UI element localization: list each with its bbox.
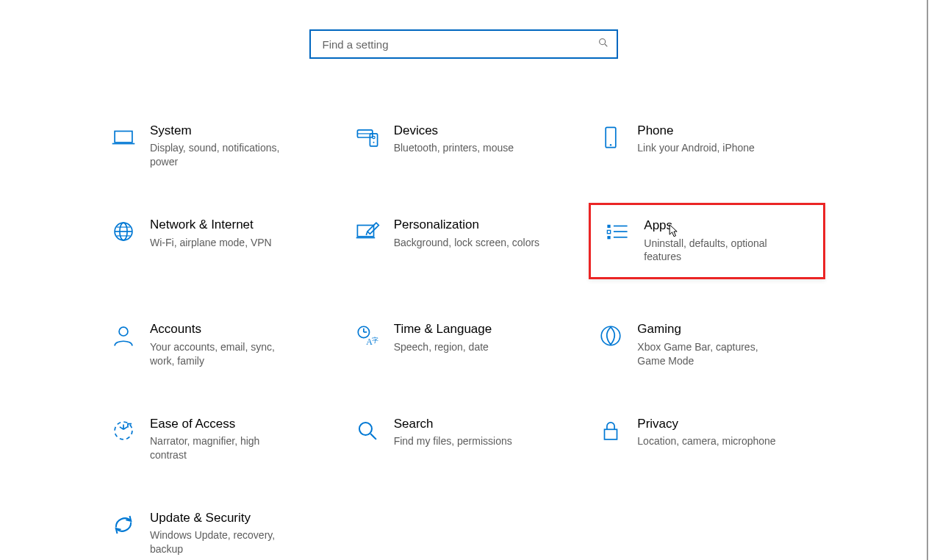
tile-desc: Speech, region, date (394, 340, 492, 354)
tile-personalization[interactable]: Personalization Background, lock screen,… (345, 212, 582, 279)
search-box[interactable] (309, 29, 618, 59)
tile-title: Devices (394, 123, 514, 138)
svg-line-34 (370, 434, 376, 439)
time-language-icon: A 字 (348, 322, 387, 348)
tile-title: Gaming (637, 322, 784, 337)
search-container (309, 29, 618, 59)
tile-desc: Narrator, magnifier, high contrast (150, 434, 297, 462)
search-category-icon (348, 417, 387, 443)
tile-desc: Uninstall, defaults, optional features (644, 237, 791, 265)
tile-title: Ease of Access (150, 417, 297, 431)
tile-desc: Location, camera, microphone (637, 434, 775, 448)
tile-title: Search (394, 417, 512, 431)
globe-icon (104, 218, 143, 244)
tile-system[interactable]: System Display, sound, notifications, po… (101, 118, 338, 175)
svg-rect-19 (608, 225, 611, 228)
tile-desc: Wi-Fi, airplane mode, VPN (150, 236, 272, 250)
tile-desc: Background, lock screen, colors (394, 236, 539, 250)
personalization-icon (348, 218, 387, 244)
update-icon (104, 511, 143, 537)
tile-apps[interactable]: Apps Uninstall, defaults, optional featu… (589, 203, 825, 279)
phone-icon (592, 123, 630, 150)
svg-rect-20 (608, 231, 611, 234)
svg-point-25 (119, 327, 128, 336)
tile-desc: Find my files, permissions (394, 434, 512, 448)
svg-rect-35 (605, 429, 617, 439)
tile-desc: Your accounts, email, sync, work, family (150, 340, 297, 368)
svg-rect-21 (608, 236, 611, 239)
tile-devices[interactable]: Devices Bluetooth, printers, mouse (345, 118, 582, 175)
tile-title: System (150, 123, 297, 138)
tile-title: Update & Security (150, 511, 297, 525)
tile-privacy[interactable]: Privacy Location, camera, microphone (589, 411, 825, 468)
tile-update-security[interactable]: Update & Security Windows Update, recove… (101, 505, 338, 560)
search-input[interactable] (321, 37, 597, 51)
lock-icon (592, 417, 630, 443)
svg-point-10 (610, 144, 611, 146)
svg-text:字: 字 (372, 337, 378, 344)
svg-point-33 (359, 422, 372, 434)
tile-phone[interactable]: Phone Link your Android, iPhone (589, 118, 825, 175)
tile-title: Personalization (394, 218, 539, 232)
tile-title: Network & Internet (150, 218, 272, 232)
accounts-icon (104, 322, 143, 348)
search-icon (597, 37, 609, 51)
tile-title: Phone (637, 123, 755, 138)
tile-search[interactable]: Search Find my files, permissions (345, 411, 582, 468)
svg-point-31 (602, 327, 621, 346)
apps-icon (598, 218, 636, 245)
tile-desc: Display, sound, notifications, power (150, 141, 297, 169)
svg-rect-6 (370, 134, 377, 146)
svg-point-8 (373, 142, 374, 143)
tile-gaming[interactable]: Gaming Xbox Game Bar, captures, Game Mod… (589, 316, 825, 373)
svg-point-7 (372, 136, 374, 138)
settings-home: System Display, sound, notifications, po… (0, 0, 928, 560)
settings-grid: System Display, sound, notifications, po… (101, 118, 825, 560)
svg-line-1 (605, 44, 607, 46)
svg-rect-2 (115, 132, 132, 143)
tile-time-language[interactable]: A 字 Time & Language Speech, region, date (345, 316, 582, 373)
tile-title: Accounts (150, 322, 297, 337)
tile-accounts[interactable]: Accounts Your accounts, email, sync, wor… (101, 316, 338, 373)
tile-network[interactable]: Network & Internet Wi-Fi, airplane mode,… (101, 212, 338, 279)
svg-line-18 (366, 231, 367, 235)
ease-of-access-icon (104, 417, 143, 443)
svg-point-0 (599, 39, 605, 45)
tile-title: Apps (644, 218, 791, 233)
tile-title: Time & Language (394, 322, 492, 337)
devices-icon (348, 123, 387, 150)
system-icon (104, 123, 143, 150)
gaming-icon (592, 322, 630, 348)
tile-title: Privacy (637, 417, 775, 431)
tile-desc: Windows Update, recovery, backup (150, 528, 297, 556)
tile-desc: Bluetooth, printers, mouse (394, 141, 514, 155)
tile-desc: Xbox Game Bar, captures, Game Mode (637, 340, 784, 368)
tile-desc: Link your Android, iPhone (637, 141, 755, 155)
tile-ease-of-access[interactable]: Ease of Access Narrator, magnifier, high… (101, 411, 338, 468)
